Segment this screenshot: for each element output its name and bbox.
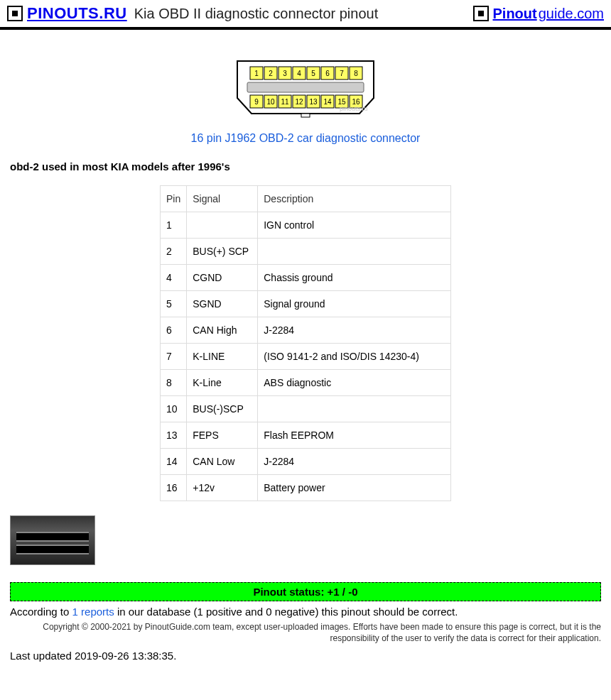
pin-num-7: 7 [340, 70, 344, 77]
th-desc: Description [258, 186, 451, 212]
cell-signal: K-LINE [187, 344, 258, 370]
cell-desc [258, 239, 451, 265]
cell-desc: (ISO 9141-2 and ISO/DIS 14230-4) [258, 344, 451, 370]
table-row: 6CAN HighJ-2284 [161, 317, 451, 344]
reports-link[interactable]: 1 reports [72, 606, 114, 618]
cell-pin: 6 [161, 317, 187, 344]
cell-signal: SGND [187, 291, 258, 317]
cell-signal [187, 212, 258, 239]
watermark: pinouts.ru [340, 105, 368, 112]
logo-guide-pin: Pinout [493, 6, 537, 22]
table-row: 10BUS(-)SCP [161, 396, 451, 422]
header-left: PINOUTS.RU Kia OBD II diagnostic connect… [7, 4, 378, 23]
pin-num-9: 9 [254, 98, 259, 106]
pin-num-2: 2 [269, 70, 273, 77]
cell-desc: Battery power [258, 475, 451, 501]
main-content: 12345678 910111213141516 pinouts.ru 16 p… [0, 30, 611, 679]
table-row: 13FEPSFlash EEPROM [161, 422, 451, 449]
connector-photo [10, 515, 95, 565]
cell-pin: 14 [161, 449, 187, 475]
cell-pin: 4 [161, 265, 187, 291]
th-pin: Pin [161, 186, 187, 212]
pin-num-6: 6 [325, 70, 330, 77]
th-signal: Signal [187, 186, 258, 212]
table-row: 1IGN control [161, 212, 451, 239]
last-updated: Last updated 2019-09-26 13:38:35. [10, 650, 601, 662]
header-bar: PINOUTS.RU Kia OBD II diagnostic connect… [0, 0, 611, 30]
cell-pin: 10 [161, 396, 187, 422]
cell-pin: 2 [161, 239, 187, 265]
logo-pinouts-ru[interactable]: PINOUTS.RU [7, 4, 127, 23]
cell-signal: FEPS [187, 422, 258, 449]
cell-signal: CAN Low [187, 449, 258, 475]
table-row: 16+12vBattery power [161, 475, 451, 501]
cell-pin: 7 [161, 344, 187, 370]
cell-signal: BUS(+) SCP [187, 239, 258, 265]
connector-tab [301, 114, 310, 117]
status-suffix: in our database (1 positive and 0 negati… [114, 606, 458, 618]
pin-num-3: 3 [283, 70, 287, 77]
cell-desc: Flash EEPROM [258, 422, 451, 449]
connector-diagram-wrap: 12345678 910111213141516 pinouts.ru 16 p… [10, 58, 601, 145]
cell-desc: ABS diagnostic [258, 370, 451, 396]
logo-guide-icon [473, 6, 489, 21]
logo-icon [7, 6, 23, 21]
status-banner: Pinout status: +1 / -0 [10, 582, 601, 601]
pin-num-5: 5 [311, 70, 315, 77]
cell-signal: CGND [187, 265, 258, 291]
table-header-row: Pin Signal Description [161, 186, 451, 212]
cell-desc: J-2284 [258, 449, 451, 475]
pin-num-15: 15 [337, 98, 346, 106]
logo-left-text: PINOUTS.RU [27, 4, 127, 23]
copyright: Copyright © 2000-2021 by PinoutGuide.com… [10, 622, 601, 644]
pin-num-12: 12 [295, 98, 303, 106]
connector-slot [247, 82, 364, 92]
cell-desc: J-2284 [258, 317, 451, 344]
cell-pin: 16 [161, 475, 187, 501]
logo-pinoutguide[interactable]: Pinout guide.com [473, 6, 605, 22]
cell-desc: Signal ground [258, 291, 451, 317]
cell-desc: Chassis ground [258, 265, 451, 291]
cell-signal: CAN High [187, 317, 258, 344]
connector-diagram: 12345678 910111213141516 pinouts.ru [234, 58, 377, 119]
table-row: 5SGNDSignal ground [161, 291, 451, 317]
pin-num-13: 13 [309, 98, 318, 106]
status-text: According to 1 reports in our database (… [10, 606, 601, 618]
table-row: 4CGNDChassis ground [161, 265, 451, 291]
logo-guide-guide: guide.com [539, 6, 604, 22]
page-title: Kia OBD II diagnostic connector pinout [134, 6, 379, 22]
pin-num-8: 8 [354, 70, 358, 77]
pin-num-14: 14 [323, 98, 332, 106]
pin-num-11: 11 [281, 98, 289, 106]
cell-signal: BUS(-)SCP [187, 396, 258, 422]
cell-pin: 1 [161, 212, 187, 239]
status-prefix: According to [10, 606, 72, 618]
connector-link[interactable]: 16 pin J1962 OBD-2 car diagnostic connec… [191, 132, 421, 145]
cell-desc: IGN control [258, 212, 451, 239]
cell-signal: K-Line [187, 370, 258, 396]
cell-signal: +12v [187, 475, 258, 501]
cell-pin: 8 [161, 370, 187, 396]
pinout-table: Pin Signal Description 1IGN control2BUS(… [160, 185, 451, 501]
pin-num-1: 1 [254, 70, 259, 77]
table-row: 7K-LINE(ISO 9141-2 and ISO/DIS 14230-4) [161, 344, 451, 370]
table-row: 14CAN LowJ-2284 [161, 449, 451, 475]
intro-text: obd-2 used in most KIA models after 1996… [10, 160, 601, 173]
pin-num-4: 4 [297, 70, 301, 77]
table-row: 2BUS(+) SCP [161, 239, 451, 265]
table-row: 8K-LineABS diagnostic [161, 370, 451, 396]
pin-num-10: 10 [266, 98, 275, 106]
cell-desc [258, 396, 451, 422]
pin-num-16: 16 [352, 98, 360, 106]
cell-pin: 13 [161, 422, 187, 449]
cell-pin: 5 [161, 291, 187, 317]
